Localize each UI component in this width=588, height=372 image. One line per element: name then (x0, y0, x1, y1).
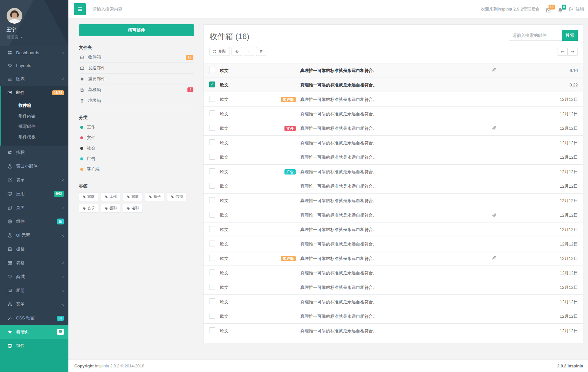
email-subject[interactable]: 真理惟一可靠的标准就是永远自相符合。 (300, 169, 492, 175)
email-checkbox[interactable] (209, 96, 215, 102)
email-subject[interactable]: 真理惟一可靠的标准就是永远自相符合。 (300, 97, 492, 103)
notifications-button[interactable]: 8 (557, 8, 563, 13)
email-checkbox[interactable] (209, 110, 215, 116)
compose-button[interactable]: 撰写邮件 (79, 24, 194, 36)
sidebar-subitem[interactable]: 收件箱 (1, 100, 68, 111)
email-checkbox[interactable] (209, 212, 215, 218)
mark-important-button[interactable] (244, 47, 254, 56)
sidebar-item-link[interactable]: 商城 (0, 270, 68, 284)
mark-read-button[interactable] (232, 47, 242, 56)
mail-search-input[interactable] (509, 30, 562, 41)
email-checkbox[interactable] (209, 168, 215, 174)
email-checkbox[interactable] (209, 298, 215, 304)
email-subject[interactable]: 真理惟一可靠的标准就是永远自相符合。 (300, 270, 492, 276)
sidebar-item-link[interactable]: 组件 新 (0, 215, 68, 228)
email-row[interactable]: 欧文 真理惟一可靠的标准就是永远自相符合。 12月12日 (204, 179, 583, 194)
sidebar-item-link[interactable]: 表单 (0, 173, 68, 187)
email-subject[interactable]: 真理惟一可靠的标准就是永远自相符合。 (300, 198, 492, 204)
email-row[interactable]: 欧文 真理惟一可靠的标准就是永远自相符合。 12月12日 (204, 309, 583, 324)
email-row[interactable]: 欧文 真理惟一可靠的标准就是永远自相符合。 12月12日 (204, 222, 583, 237)
mail-search-button[interactable]: 搜索 (562, 30, 578, 41)
category-item[interactable]: 客户端 (79, 164, 194, 174)
sidebar-item-link[interactable]: 菜单 (0, 297, 68, 311)
delete-button[interactable] (256, 47, 266, 56)
email-checkbox[interactable] (209, 183, 215, 189)
avatar[interactable] (7, 8, 22, 24)
email-row[interactable]: 欧文 真理惟一可靠的标准就是永远自相符合。 12月12日 (204, 280, 583, 295)
email-row[interactable]: 欧文 真理惟一可靠的标准就是永远自相符合。 8.22 (204, 78, 583, 92)
logout-button[interactable]: 注销 (569, 6, 584, 12)
sidebar-item-link[interactable]: 指标 (0, 146, 68, 159)
prev-page-button[interactable] (557, 48, 568, 56)
email-checkbox[interactable] (209, 313, 215, 319)
category-item[interactable]: 社会 (79, 143, 194, 153)
email-checkbox[interactable] (209, 241, 215, 246)
tag-chip[interactable]: 家庭 (79, 192, 98, 201)
sidebar-item-link[interactable]: CSS 动画 62 (0, 311, 68, 325)
menu-toggle-button[interactable] (74, 3, 86, 15)
folder-item[interactable]: 垃圾箱 (79, 95, 194, 106)
email-subject[interactable]: 真理惟一可靠的标准就是永远自相符合。 (300, 68, 492, 74)
global-search-input[interactable] (92, 6, 184, 12)
category-item[interactable]: 广告 (79, 153, 194, 164)
sidebar-item-link[interactable]: 窗口小部件 (0, 159, 68, 173)
email-subject[interactable]: 真理惟一可靠的标准就是永远自相符合。 (300, 256, 492, 262)
email-row[interactable]: 欧文 真理惟一可靠的标准就是永远自相符合。 12月12日 (204, 107, 583, 121)
sidebar-item-link[interactable]: 相册 (0, 284, 68, 297)
email-row[interactable]: 欧文 真理惟一可靠的标准就是永远自相符合。 12月12日 (204, 150, 583, 165)
email-row[interactable]: 欧文 真理惟一可靠的标准就是永远自相符合。 12月12日 (204, 194, 583, 208)
sidebar-item-link[interactable]: 页面 (0, 201, 68, 215)
profile-role-dropdown[interactable]: 管理员 (7, 35, 62, 40)
folder-item[interactable]: 草稿箱 2 (79, 84, 194, 95)
email-subject[interactable]: 真理惟一可靠的标准就是永远自相符合。 (300, 154, 492, 160)
email-subject[interactable]: 真理惟一可靠的标准就是永远自相符合。 (300, 299, 492, 305)
email-row[interactable]: 欧文 真理惟一可靠的标准就是永远自相符合。 12月12日 (204, 237, 583, 251)
tag-chip[interactable]: 家庭 (123, 192, 142, 201)
sidebar-item-link[interactable]: 图表 (0, 72, 68, 86)
folder-item[interactable]: 收件箱 16 (79, 52, 194, 63)
email-row[interactable]: 欧文 广告 真理惟一可靠的标准就是永远自相符合。 12月12日 (204, 165, 583, 179)
email-subject[interactable]: 真理惟一可靠的标准就是永远自相符合。 (300, 227, 492, 233)
email-checkbox[interactable] (209, 255, 215, 261)
email-subject[interactable]: 真理惟一可靠的标准就是永远自相符合。 (300, 241, 492, 247)
email-subject[interactable]: 真理惟一可靠的标准就是永远自相符合。 (300, 183, 492, 189)
email-subject[interactable]: 真理惟一可靠的标准就是永远自相符合。 (300, 111, 492, 117)
sidebar-item-link[interactable]: 应用 特别 (0, 187, 68, 201)
email-row[interactable]: 欧文 真理惟一可靠的标准就是永远自相符合。 12月12日 (204, 136, 583, 150)
email-checkbox[interactable] (209, 139, 215, 145)
email-checkbox[interactable] (209, 226, 215, 232)
email-subject[interactable]: 真理惟一可靠的标准就是永远自相符合。 (300, 140, 492, 146)
email-row[interactable]: 欧文 真理惟一可靠的标准就是永远自相符合。 12月12日 (204, 266, 583, 280)
email-row[interactable]: 欧文 真理惟一可靠的标准就是永远自相符合。 12月12日 (204, 208, 583, 222)
sidebar-item-link[interactable]: 组件 (0, 339, 68, 353)
email-subject[interactable]: 真理惟一可靠的标准就是永远自相符合。 (300, 82, 492, 88)
sidebar-subitem[interactable]: 邮件模板 (1, 132, 68, 142)
email-checkbox[interactable] (209, 269, 215, 275)
email-row[interactable]: 欧文 真理惟一可靠的标准就是永远自相符合。 12月12日 (204, 324, 583, 338)
next-page-button[interactable] (568, 48, 578, 56)
email-checkbox[interactable] (209, 67, 215, 73)
sidebar-item-link[interactable]: UI 元素 (0, 228, 68, 242)
email-checkbox[interactable] (209, 327, 215, 333)
sidebar-subitem[interactable]: 邮件内容 (1, 111, 68, 121)
sidebar-item-link[interactable]: 栅格 (0, 242, 68, 256)
tag-chip[interactable]: 摄影 (101, 204, 120, 213)
email-checkbox[interactable] (209, 284, 215, 290)
category-item[interactable]: 工作 (79, 122, 194, 132)
email-row[interactable]: 欧文 真理惟一可靠的标准就是永远自相符合。 6.10 (204, 63, 583, 78)
tag-chip[interactable]: 假期 (167, 192, 186, 201)
email-subject[interactable]: 真理惟一可靠的标准就是永远自相符合。 (300, 285, 492, 291)
sidebar-item-link[interactable]: Layouts (0, 59, 68, 72)
email-checkbox[interactable] (209, 125, 215, 131)
sidebar-item-link[interactable]: 着陆页 新 (0, 325, 68, 339)
email-row[interactable]: 欧文 文件 真理惟一可靠的标准就是永远自相符合。 12月12日 (204, 121, 583, 136)
messages-button[interactable]: 16 (546, 8, 551, 13)
tag-chip[interactable]: 工作 (101, 192, 120, 201)
folder-item[interactable]: 重要邮件 (79, 74, 194, 84)
email-subject[interactable]: 真理惟一可靠的标准就是永远自相符合。 (300, 126, 492, 131)
email-subject[interactable]: 真理惟一可靠的标准就是永远自相符合。 (300, 328, 492, 334)
tag-chip[interactable]: 音乐 (79, 204, 98, 213)
category-item[interactable]: 文件 (79, 132, 194, 143)
email-checkbox[interactable] (209, 81, 215, 87)
sidebar-subitem[interactable]: 撰写邮件 (1, 121, 68, 132)
